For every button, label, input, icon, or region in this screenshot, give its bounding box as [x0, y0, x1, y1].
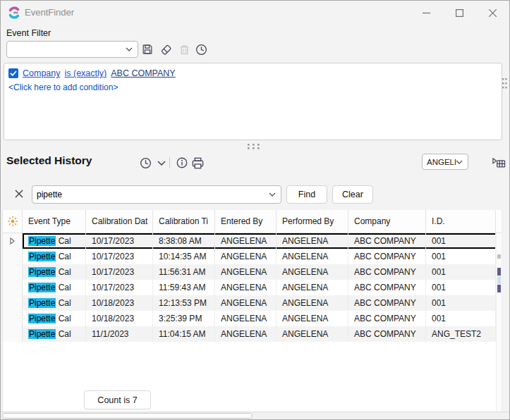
cell-company: ABC COMPANY [348, 311, 426, 326]
column-header-calibration-time[interactable]: Calibration Ti [153, 210, 215, 233]
cell-event-type: Pipette Cal [23, 264, 86, 280]
close-search-icon[interactable] [13, 188, 25, 199]
minimize-button[interactable] [410, 1, 443, 25]
cell-event-type: Pipette Cal [23, 295, 86, 311]
cell-entered-by: ANGELENA [215, 280, 277, 295]
chevron-down-icon[interactable] [456, 160, 463, 164]
cell-calibration-date: 10/17/2023 [86, 233, 153, 249]
cell-id: 001 [426, 311, 496, 326]
selected-history-title: Selected History [6, 154, 92, 167]
save-filter-icon[interactable] [140, 42, 154, 56]
history-dropdown-chevron-icon[interactable] [154, 156, 169, 170]
search-input[interactable] [32, 190, 269, 199]
app-logo-icon [8, 6, 20, 19]
cell-company: ABC COMPANY [348, 280, 426, 295]
column-header-company[interactable]: Company [348, 210, 426, 233]
window-title: EventFinder [25, 7, 74, 18]
highlighted-term: Pipette [28, 252, 56, 261]
cell-company: ABC COMPANY [348, 264, 426, 280]
find-button[interactable]: Find [286, 185, 327, 204]
cell-performed-by: ANGELENA [277, 326, 348, 342]
cell-event-type: Pipette Cal [23, 280, 86, 295]
highlighted-term: Pipette [28, 267, 56, 277]
table-row[interactable]: Pipette Cal 10/17/2023 10:14:35 AM ANGEL… [3, 249, 502, 264]
history-grid: Event Type Calibration Dat Calibration T… [2, 210, 502, 413]
add-condition-link[interactable]: <Click here to add condition> [8, 82, 497, 92]
history-clock-icon[interactable] [138, 156, 152, 170]
column-header-calibration-date[interactable]: Calibration Dat [86, 210, 153, 233]
print-icon[interactable] [190, 156, 205, 170]
column-header-performed-by[interactable]: Performed By [277, 210, 348, 233]
cell-performed-by: ANGELENA [277, 280, 348, 295]
scroll-mark [497, 285, 501, 292]
table-row[interactable]: Pipette Cal 10/18/2023 12:13:53 PM ANGEL… [3, 295, 502, 311]
cell-calibration-time: 11:56:31 AM [153, 264, 215, 280]
splitter-handle[interactable] [248, 144, 263, 149]
horizontal-scrollbar[interactable] [1, 412, 510, 419]
cell-entered-by: ANGELENA [215, 311, 277, 326]
filter-preset-combo[interactable] [6, 41, 138, 58]
count-box: Count is 7 [84, 390, 151, 409]
cell-calibration-time: 12:13:53 PM [153, 295, 215, 311]
info-icon[interactable] [175, 156, 189, 170]
row-indicator [3, 295, 23, 311]
delete-filter-icon[interactable] [177, 42, 191, 56]
chevron-down-icon[interactable] [126, 47, 133, 51]
current-row-arrow-icon [10, 237, 15, 245]
column-header-entered-by[interactable]: Entered By [215, 210, 277, 233]
highlighted-term: Pipette [28, 283, 56, 292]
cell-id: 001 [426, 295, 496, 311]
cell-calibration-time: 10:14:35 AM [153, 249, 215, 264]
cell-event-type: Pipette Cal [23, 311, 86, 326]
column-chooser-icon[interactable] [491, 155, 506, 171]
cell-calibration-date: 10/18/2023 [86, 311, 153, 326]
cell-id: 001 [426, 264, 496, 280]
cell-calibration-time: 8:38:08 AM [153, 233, 215, 249]
count-label: Count is 7 [97, 395, 137, 405]
chevron-down-icon[interactable] [269, 192, 276, 197]
clear-button[interactable]: Clear [332, 185, 373, 204]
table-row[interactable]: Pipette Cal 10/17/2023 11:59:43 AM ANGEL… [3, 280, 502, 295]
user-combo-value: ANGELENA [423, 158, 456, 166]
search-combo[interactable] [32, 185, 281, 204]
cell-calibration-date: 11/1/2023 [86, 326, 153, 342]
table-row[interactable]: Pipette Cal 11/1/2023 11:04:15 AM ANGELE… [3, 326, 502, 342]
cell-performed-by: ANGELENA [277, 311, 348, 326]
cell-id: 001 [426, 233, 496, 249]
cell-entered-by: ANGELENA [215, 326, 277, 342]
column-header-id[interactable]: I.D. [426, 210, 496, 233]
maximize-button[interactable] [443, 1, 476, 25]
cell-calibration-date: 10/17/2023 [86, 249, 153, 264]
filter-history-clock-icon[interactable] [194, 42, 208, 56]
row-indicator [3, 249, 23, 264]
user-combo[interactable]: ANGELENA [422, 154, 468, 170]
horizontal-scroll-thumb[interactable] [2, 413, 253, 419]
condition-value-link[interactable]: ABC COMPANY [111, 68, 175, 78]
row-indicator [3, 280, 23, 295]
condition-field-link[interactable]: Company [23, 68, 61, 78]
column-header-event-type[interactable]: Event Type [23, 210, 86, 233]
scroll-thumb[interactable] [497, 254, 501, 259]
close-button[interactable] [476, 1, 509, 25]
condition-operator-link[interactable]: is (exactly) [65, 68, 107, 78]
cell-calibration-time: 3:25:39 PM [153, 311, 215, 326]
table-row[interactable]: Pipette Cal 10/17/2023 8:38:08 AM ANGELE… [3, 233, 502, 249]
toolbar-separator [169, 157, 170, 168]
table-row[interactable]: Pipette Cal 10/18/2023 3:25:39 PM ANGELE… [3, 311, 502, 326]
grid-vertical-scrollbar[interactable] [496, 233, 502, 413]
condition-checkbox[interactable] [8, 68, 18, 78]
cell-calibration-date: 10/17/2023 [86, 280, 153, 295]
row-indicator [3, 326, 23, 342]
panel-resize-grip[interactable] [502, 78, 507, 91]
eventfinder-window: EventFinder Event Filter [0, 0, 510, 420]
cell-calibration-time: 11:59:43 AM [153, 280, 215, 295]
filter-condition-panel: Company is (exactly) ABC COMPANY <Click … [4, 63, 502, 140]
eraser-icon[interactable] [159, 42, 173, 56]
table-row[interactable]: Pipette Cal 10/17/2023 11:56:31 AM ANGEL… [3, 264, 502, 280]
cell-entered-by: ANGELENA [215, 249, 277, 264]
cell-id: ANG_TEST2 [426, 326, 496, 342]
filter-preset-input[interactable] [7, 44, 126, 54]
cell-event-type: Pipette Cal [23, 326, 86, 342]
scroll-mark [497, 276, 501, 284]
sun-filter-icon[interactable] [3, 210, 23, 233]
